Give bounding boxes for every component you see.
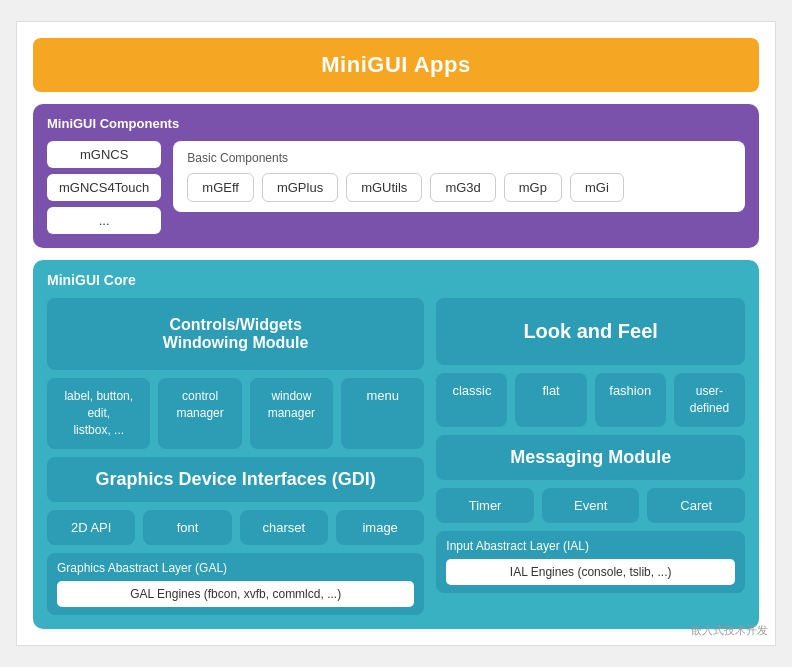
msg-items-row: Timer Event Caret (436, 488, 745, 523)
label-button-text: label, button,edit,listbox, ... (64, 389, 133, 437)
mgeff-item: mGEff (187, 173, 254, 202)
core-section: MiniGUI Core Controls/WidgetsWindowing M… (33, 260, 759, 628)
user-defined-item: user-defined (674, 373, 745, 427)
lf-items-row: classic flat fashion user-defined (436, 373, 745, 427)
components-inner: mGNCS mGNCS4Touch ... Basic Components m… (47, 141, 745, 234)
components-section: MiniGUI Components mGNCS mGNCS4Touch ...… (33, 104, 759, 248)
core-title: MiniGUI Core (47, 272, 745, 288)
core-right: Look and Feel classic flat fashion user-… (436, 298, 745, 614)
look-feel-box: Look and Feel (436, 298, 745, 365)
mgncs-item: mGNCS (47, 141, 161, 168)
mgplus-item: mGPlus (262, 173, 338, 202)
menu-item: menu (341, 378, 424, 448)
ial-inner: IAL Engines (console, tslib, ...) (446, 559, 735, 585)
control-manager-item: controlmanager (158, 378, 241, 448)
look-feel-label: Look and Feel (523, 320, 657, 342)
mgp-item: mGp (504, 173, 562, 202)
core-columns: Controls/WidgetsWindowing Module label, … (47, 298, 745, 614)
gal-title: Graphics Abastract Layer (GAL) (57, 561, 414, 575)
basic-components-box: Basic Components mGEff mGPlus mGUtils mG… (173, 141, 745, 212)
core-left: Controls/WidgetsWindowing Module label, … (47, 298, 424, 614)
window-manager-item: windowmanager (250, 378, 333, 448)
classic-item: classic (436, 373, 507, 427)
caret-item: Caret (647, 488, 745, 523)
image-item: image (336, 510, 424, 545)
basic-items: mGEff mGPlus mGUtils mG3d mGp mGi (187, 173, 731, 202)
apps-bar: MiniGUI Apps (33, 38, 759, 92)
messaging-box: Messaging Module (436, 435, 745, 480)
components-title: MiniGUI Components (47, 116, 745, 131)
fashion-item: fashion (595, 373, 666, 427)
event-item: Event (542, 488, 640, 523)
mgi-item: mGi (570, 173, 624, 202)
mgutils-item: mGUtils (346, 173, 422, 202)
sub-items-row: label, button,edit,listbox, ... controlm… (47, 378, 424, 448)
ial-title: Input Abastract Layer (IAL) (446, 539, 735, 553)
controls-widgets-label: Controls/WidgetsWindowing Module (163, 316, 309, 351)
ellipsis-item: ... (47, 207, 161, 234)
gdi-items-row: 2D API font charset image (47, 510, 424, 545)
gdi-box: Graphics Device Interfaces (GDI) (47, 457, 424, 502)
gdi-label: Graphics Device Interfaces (GDI) (96, 469, 376, 489)
gal-inner: GAL Engines (fbcon, xvfb, commlcd, ...) (57, 581, 414, 607)
mg3d-item: mG3d (430, 173, 495, 202)
basic-components-title: Basic Components (187, 151, 731, 165)
charset-item: charset (240, 510, 328, 545)
messaging-label: Messaging Module (510, 447, 671, 467)
mgncs4touch-item: mGNCS4Touch (47, 174, 161, 201)
apps-label: MiniGUI Apps (321, 52, 470, 77)
gal-box: Graphics Abastract Layer (GAL) GAL Engin… (47, 553, 424, 615)
watermark: 嵌入式技术开发 (691, 623, 768, 638)
ial-box: Input Abastract Layer (IAL) IAL Engines … (436, 531, 745, 593)
flat-item: flat (515, 373, 586, 427)
user-defined-text: user-defined (690, 384, 729, 415)
menu-text: menu (366, 388, 399, 403)
label-button-item: label, button,edit,listbox, ... (47, 378, 150, 448)
font-item: font (143, 510, 231, 545)
controls-widgets-box: Controls/WidgetsWindowing Module (47, 298, 424, 370)
control-manager-text: controlmanager (176, 389, 223, 420)
2dapi-item: 2D API (47, 510, 135, 545)
window-manager-text: windowmanager (268, 389, 315, 420)
components-left: mGNCS mGNCS4Touch ... (47, 141, 161, 234)
timer-item: Timer (436, 488, 534, 523)
